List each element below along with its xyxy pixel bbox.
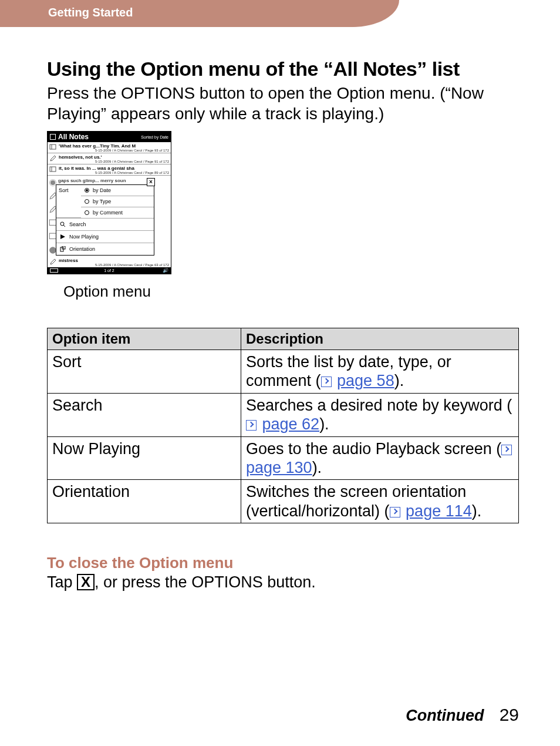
screenshot-caption: Option menu <box>63 283 519 301</box>
list-item: hemselves, not us.'5-15-2009 / A Christm… <box>48 153 171 164</box>
list-item: it, so it was. In ... was a genial sha5-… <box>48 164 171 176</box>
menu-search[interactable]: Search <box>56 218 154 230</box>
search-icon <box>60 221 66 227</box>
page-footer: Continued 29 <box>406 705 519 725</box>
orientation-icon <box>60 246 66 252</box>
continued-label: Continued <box>406 707 484 725</box>
page-link[interactable]: page 114 <box>406 502 472 520</box>
svg-line-13 <box>63 225 65 227</box>
page-ref-icon <box>321 377 332 387</box>
sort-by-comment[interactable]: by Comment <box>81 207 154 218</box>
page-link[interactable]: page 58 <box>337 372 394 389</box>
table-row: Orientation Switches the screen orientat… <box>48 480 519 523</box>
page-title: Using the Option menu of the “All Notes”… <box>47 58 519 80</box>
speaker-icon: 🔊 <box>163 268 168 273</box>
play-icon <box>60 234 66 240</box>
list-item: mistress5-15-2009 / A Christmas Carol / … <box>48 257 171 267</box>
page-number: 29 <box>500 705 519 725</box>
back-icon <box>50 134 56 140</box>
svg-rect-3 <box>50 167 56 172</box>
option-popup: × Sort by Date by Type by Comment Search… <box>56 184 154 256</box>
intro-text: Press the OPTIONS button to open the Opt… <box>47 83 519 124</box>
battery-icon <box>50 268 58 273</box>
page-ref-icon <box>246 420 257 431</box>
screenshot-title: All Notes <box>58 133 89 141</box>
pencil-icon <box>49 155 56 162</box>
page-link[interactable]: page 62 <box>262 415 320 433</box>
pencil-icon <box>49 258 56 266</box>
svg-marker-17 <box>50 259 56 264</box>
sort-by-date[interactable]: by Date <box>81 185 154 196</box>
sort-by-type[interactable]: by Type <box>81 196 154 207</box>
options-table: Option item Description Sort Sorts the l… <box>47 328 519 523</box>
close-instruction: Tap X, or press the OPTIONS button. <box>47 573 519 592</box>
page-indicator: 1 of 2 <box>104 268 114 273</box>
table-row: Sort Sorts the list by date, type, or co… <box>48 350 519 394</box>
svg-rect-0 <box>50 145 56 149</box>
radio-selected-icon <box>85 188 89 193</box>
table-header-item: Option item <box>48 328 241 350</box>
close-icon[interactable]: × <box>147 178 155 186</box>
page-link[interactable]: page 130 <box>246 459 312 476</box>
close-heading: To close the Option menu <box>47 554 519 572</box>
bookmark-icon <box>49 166 56 173</box>
page-ref-icon <box>501 445 512 455</box>
menu-orientation[interactable]: Orientation <box>56 243 154 255</box>
radio-icon <box>85 210 89 215</box>
sort-label: Sort <box>56 185 81 218</box>
bookmark-icon <box>49 144 56 151</box>
radio-icon <box>85 199 89 204</box>
menu-now-playing[interactable]: Now Playing <box>56 230 154 243</box>
x-icon: X <box>77 574 95 590</box>
svg-marker-14 <box>60 234 65 239</box>
section-header: Getting Started <box>0 0 405 27</box>
svg-marker-2 <box>50 156 56 161</box>
option-menu-screenshot: All Notes Sorted by Date 'What has ever … <box>47 131 171 274</box>
table-row: Now Playing Goes to the audio Playback s… <box>48 436 519 480</box>
page-ref-icon <box>390 507 400 518</box>
section-header-label: Getting Started <box>48 6 133 19</box>
list-item: 'What has ever g...Tiny Tim. And M5-15-2… <box>48 142 171 153</box>
table-header-desc: Description <box>241 328 519 350</box>
sorted-by-label: Sorted by Date <box>141 135 168 139</box>
table-row: Search Searches a desired note by keywor… <box>48 393 519 436</box>
